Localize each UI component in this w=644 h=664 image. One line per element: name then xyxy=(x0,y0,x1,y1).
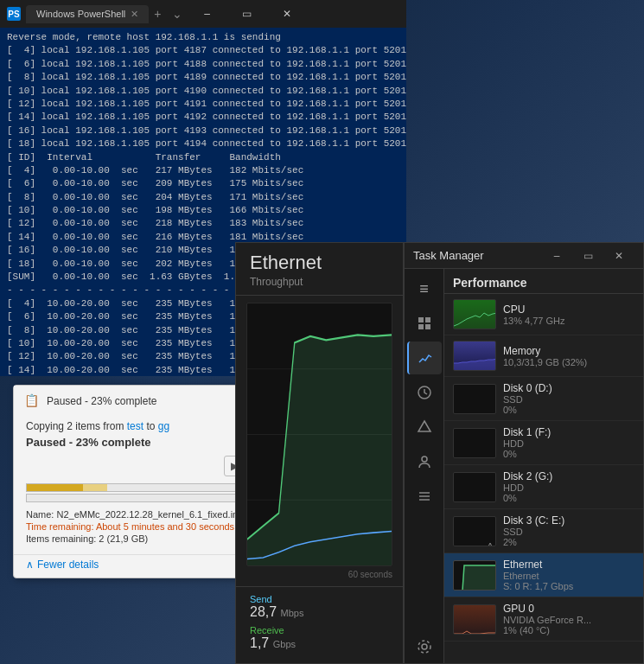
dest-link[interactable]: gg xyxy=(158,420,169,432)
ethernet-graph xyxy=(453,560,496,591)
memory-value: 10,3/31,9 GB (32%) xyxy=(503,357,634,367)
sidebar-menu-icon[interactable]: ≡ xyxy=(407,272,442,305)
task-manager-titlebar: Task Manager – ▭ ✕ xyxy=(405,243,643,269)
fewer-details-label: Fewer details xyxy=(37,559,99,571)
gpu0-perf-item[interactable]: GPU 0 NVIDIA GeForce R... 1% (40 °C) xyxy=(444,597,643,642)
task-manager-controls: – ▭ ✕ xyxy=(541,243,634,269)
svg-rect-5 xyxy=(418,324,424,329)
powershell-icon: PS xyxy=(7,7,21,21)
send-value: 28,7 xyxy=(250,604,277,619)
ethernet-stats: Send 28,7 Mbps Receive 1,7 Gbps xyxy=(236,586,403,663)
svg-rect-3 xyxy=(418,317,424,322)
maximize-button[interactable]: ▭ xyxy=(227,0,267,28)
disk2-perf-item[interactable]: Disk 2 (G:) HDD 0% xyxy=(444,465,643,509)
disk2-sparkline xyxy=(454,473,496,502)
send-unit: Mbps xyxy=(281,608,304,618)
task-manager-window: Task Manager – ▭ ✕ ≡ xyxy=(404,242,644,664)
disk1-graph xyxy=(453,428,496,458)
ethernet-subtitle: Throughput xyxy=(250,276,389,288)
sidebar-startup-icon[interactable] xyxy=(407,411,442,444)
window-controls: – ▭ ✕ xyxy=(188,0,307,28)
gpu0-sparkline xyxy=(454,605,496,635)
ethernet-title: Ethernet xyxy=(250,253,389,272)
cpu-info: CPU 13% 4,77 GHz xyxy=(503,303,634,326)
receive-unit: Gbps xyxy=(273,639,296,649)
memory-label: Memory xyxy=(503,345,634,357)
disk1-perf-item[interactable]: Disk 1 (F:) HDD 0% xyxy=(444,421,643,465)
disk1-value: 0% xyxy=(503,449,634,459)
ethernet-sparkline xyxy=(454,561,496,591)
memory-info: Memory 10,3/31,9 GB (32%) xyxy=(503,345,634,367)
disk0-info: Disk 0 (D:) SSD 0% xyxy=(503,382,634,415)
receive-fill xyxy=(247,335,392,565)
disk0-perf-item[interactable]: Disk 0 (D:) SSD 0% xyxy=(444,377,643,421)
svg-rect-4 xyxy=(425,317,430,322)
cpu-perf-item[interactable]: CPU 13% 4,77 GHz xyxy=(444,294,643,335)
sidebar-processes-icon[interactable] xyxy=(407,307,442,340)
task-manager-main[interactable]: Performance CPU 13% 4,77 GHz xyxy=(444,269,643,663)
task-manager-sidebar: ≡ xyxy=(405,269,444,663)
minimize-button[interactable]: – xyxy=(188,0,227,28)
progress-fill-2 xyxy=(83,484,107,491)
performance-header: Performance xyxy=(444,269,643,294)
disk3-graph xyxy=(453,516,496,546)
memory-perf-item[interactable]: Memory 10,3/31,9 GB (32%) xyxy=(444,335,643,377)
sidebar-history-icon[interactable] xyxy=(407,376,442,409)
cpu-graph xyxy=(453,299,496,329)
receive-value: 1,7 xyxy=(250,635,269,650)
copy-dialog-icon: 📋 xyxy=(24,393,40,409)
to-label: to xyxy=(146,420,155,432)
tm-maximize-button[interactable]: ▭ xyxy=(572,243,603,269)
send-label: Send xyxy=(250,594,389,604)
ethernet-perf-item[interactable]: Ethernet Ethernet S: 0 R: 1,7 Gbps xyxy=(444,553,643,597)
svg-rect-6 xyxy=(425,324,430,329)
ethernet-label: Ethernet xyxy=(503,559,634,571)
recv-stat-row: Receive 1,7 Gbps xyxy=(250,625,389,651)
svg-point-8 xyxy=(422,456,427,462)
tab-more-button[interactable]: ⌄ xyxy=(167,7,188,21)
disk1-sparkline xyxy=(454,429,496,458)
gpu0-type: NVIDIA GeForce R... xyxy=(503,615,634,625)
cpu-value: 13% 4,77 GHz xyxy=(503,316,634,326)
cpu-label: CPU xyxy=(503,303,634,316)
disk2-graph xyxy=(453,472,496,502)
time-label: 60 seconds xyxy=(246,570,392,579)
disk3-perf-item[interactable]: Disk 3 (C: E:) SSD 2% xyxy=(444,509,643,553)
powershell-titlebar: PS Windows PowerShell ✕ + ⌄ – ▭ ✕ xyxy=(0,0,406,28)
dialog-title-left: 📋 Paused - 23% complete xyxy=(24,393,156,409)
sidebar-details-icon[interactable] xyxy=(407,480,442,513)
progress-fill-1 xyxy=(27,484,83,491)
task-manager-body: ≡ Perfo xyxy=(405,269,643,663)
sidebar-performance-icon[interactable] xyxy=(407,342,442,374)
memory-graph xyxy=(453,341,496,371)
dialog-title-text: Paused - 23% complete xyxy=(47,395,156,407)
close-button[interactable]: ✕ xyxy=(267,0,307,28)
disk0-type: SSD xyxy=(503,394,634,405)
ethernet-info: Ethernet Ethernet S: 0 R: 1,7 Gbps xyxy=(503,559,634,591)
disk3-label: Disk 3 (C: E:) xyxy=(503,514,634,527)
powershell-tab-close-icon[interactable]: ✕ xyxy=(131,9,138,20)
sidebar-users-icon[interactable] xyxy=(407,445,442,478)
from-label: Copying 2 items from xyxy=(26,420,124,432)
ethernet-chart xyxy=(246,303,392,566)
chevron-up-icon: ∧ xyxy=(26,559,34,571)
new-tab-button[interactable]: + xyxy=(149,7,166,21)
ethernet-chart-area: 60 seconds xyxy=(236,296,403,586)
cpu-sparkline xyxy=(454,300,496,329)
powershell-tab-label: Windows PowerShell xyxy=(36,9,125,19)
tm-minimize-button[interactable]: – xyxy=(541,243,572,269)
gpu0-info: GPU 0 NVIDIA GeForce R... 1% (40 °C) xyxy=(503,603,634,635)
source-link[interactable]: test xyxy=(127,420,147,432)
disk0-label: Disk 0 (D:) xyxy=(503,382,634,394)
disk1-type: HDD xyxy=(503,438,634,449)
disk0-value: 0% xyxy=(503,405,634,415)
ethernet-chart-svg xyxy=(247,303,392,565)
powershell-tab[interactable]: Windows PowerShell ✕ xyxy=(26,5,149,23)
sidebar-settings-icon[interactable] xyxy=(407,630,442,663)
disk2-info: Disk 2 (G:) HDD 0% xyxy=(503,470,634,503)
tm-close-button[interactable]: ✕ xyxy=(603,243,634,269)
disk1-label: Disk 1 (F:) xyxy=(503,426,634,438)
disk2-type: HDD xyxy=(503,482,634,493)
gpu0-value: 1% (40 °C) xyxy=(503,625,634,635)
task-manager-title: Task Manager xyxy=(413,249,541,262)
